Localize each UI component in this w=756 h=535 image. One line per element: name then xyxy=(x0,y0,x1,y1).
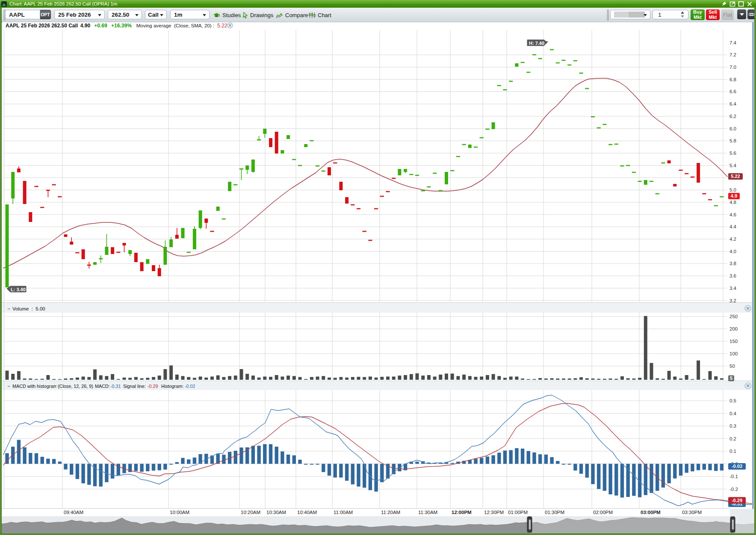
svg-text:+0.69: +0.69 xyxy=(94,23,107,29)
svg-text:(Close, SMA, 20) :: (Close, SMA, 20) : xyxy=(174,23,214,28)
svg-text:MACD with histogram: MACD with histogram xyxy=(12,384,57,389)
svg-text:3.4: 3.4 xyxy=(729,286,737,291)
svg-text:4.90: 4.90 xyxy=(80,23,91,29)
svg-text:01:00PM: 01:00PM xyxy=(508,510,528,515)
svg-text:12:00PM: 12:00PM xyxy=(452,510,472,515)
svg-text:-0.29: -0.29 xyxy=(732,498,742,503)
svg-text:5.8: 5.8 xyxy=(729,138,736,143)
svg-text:7.2: 7.2 xyxy=(729,52,736,57)
svg-text:10:00AM: 10:00AM xyxy=(170,510,189,515)
svg-text:-0.2: -0.2 xyxy=(729,487,738,492)
svg-text:6.2: 6.2 xyxy=(729,114,736,119)
svg-text:-0.29: -0.29 xyxy=(148,384,158,389)
svg-text:-0.31: -0.31 xyxy=(110,384,121,389)
svg-text:11:30AM: 11:30AM xyxy=(418,510,437,515)
svg-text:Volume : 5.00: Volume : 5.00 xyxy=(12,306,45,311)
svg-text:11:00AM: 11:00AM xyxy=(334,510,353,515)
svg-text:3.8: 3.8 xyxy=(729,261,736,266)
svg-text:5: 5 xyxy=(730,375,732,381)
svg-text:L: 3.40: L: 3.40 xyxy=(11,287,26,292)
svg-text:5.0: 5.0 xyxy=(729,187,736,192)
svg-text:5.22: 5.22 xyxy=(217,23,227,29)
svg-text:100: 100 xyxy=(729,351,738,356)
svg-text:0.5: 0.5 xyxy=(729,398,736,403)
svg-text:AAPL 25 Feb 2026 262.50 Call: AAPL 25 Feb 2026 262.50 Call xyxy=(6,23,78,29)
svg-text:7.4: 7.4 xyxy=(729,40,737,45)
svg-text:3.6: 3.6 xyxy=(729,273,736,278)
svg-text:150: 150 xyxy=(729,339,738,344)
svg-text:4.9: 4.9 xyxy=(731,193,737,198)
svg-text:0.1: 0.1 xyxy=(729,449,736,454)
svg-text:-0.02: -0.02 xyxy=(185,384,195,389)
svg-text:-0.1: -0.1 xyxy=(729,474,738,479)
svg-text:6.4: 6.4 xyxy=(729,101,737,106)
svg-text:6.0: 6.0 xyxy=(729,126,736,131)
svg-text:0.2: 0.2 xyxy=(729,436,736,441)
svg-text:4.8: 4.8 xyxy=(729,200,736,205)
svg-text:4.2: 4.2 xyxy=(729,236,736,242)
svg-text:10:40AM: 10:40AM xyxy=(297,510,317,515)
svg-text:4.4: 4.4 xyxy=(729,224,737,229)
svg-text:10:30AM: 10:30AM xyxy=(266,510,286,515)
svg-text:−: − xyxy=(7,306,10,312)
svg-text:5.22: 5.22 xyxy=(731,174,740,179)
svg-text:+16.39%: +16.39% xyxy=(111,23,132,29)
svg-text:Histogram:: Histogram: xyxy=(161,384,183,389)
svg-text:7.0: 7.0 xyxy=(729,65,736,70)
svg-text:12:30PM: 12:30PM xyxy=(484,510,504,515)
svg-text:5.4: 5.4 xyxy=(729,163,737,168)
svg-text:50: 50 xyxy=(729,364,735,369)
svg-text:250: 250 xyxy=(729,314,738,319)
svg-text:10:20AM: 10:20AM xyxy=(241,510,260,515)
svg-text:01:30PM: 01:30PM xyxy=(545,510,564,515)
svg-text:03:00PM: 03:00PM xyxy=(641,510,661,515)
svg-text:6.6: 6.6 xyxy=(729,89,736,94)
svg-text:−: − xyxy=(7,383,10,389)
svg-text:Moving average: Moving average xyxy=(136,23,171,28)
svg-text:02:00PM: 02:00PM xyxy=(593,510,613,515)
svg-text:11:20AM: 11:20AM xyxy=(381,510,400,515)
svg-text:6.8: 6.8 xyxy=(729,77,736,82)
svg-text:03:30PM: 03:30PM xyxy=(682,510,702,515)
svg-text:4.0: 4.0 xyxy=(729,249,736,254)
svg-text:200: 200 xyxy=(729,326,738,331)
svg-text:3.2: 3.2 xyxy=(729,298,736,303)
svg-text:Signal line:: Signal line: xyxy=(123,384,146,389)
svg-text:MACD:: MACD: xyxy=(95,384,110,389)
svg-text:H: 7.40: H: 7.40 xyxy=(529,41,544,46)
svg-text:09:40AM: 09:40AM xyxy=(64,510,83,515)
svg-text:-0.02: -0.02 xyxy=(732,464,742,469)
svg-text:5.6: 5.6 xyxy=(729,151,736,156)
svg-text:0.3: 0.3 xyxy=(729,423,736,429)
svg-text:0.4: 0.4 xyxy=(729,411,737,416)
svg-text:4.6: 4.6 xyxy=(729,212,736,217)
svg-text:(Close, 12, 26, 9): (Close, 12, 26, 9) xyxy=(58,384,93,389)
